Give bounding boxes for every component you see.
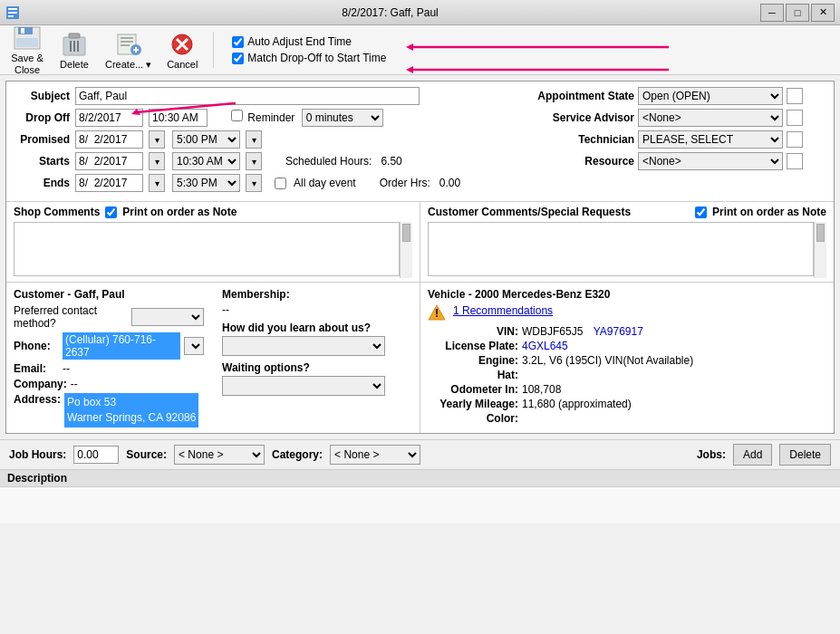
cancel-label: Cancel xyxy=(167,59,198,70)
how-learn-row xyxy=(222,336,412,356)
all-day-event-checkbox[interactable] xyxy=(275,178,286,189)
customer-comments-textarea[interactable] xyxy=(428,222,814,276)
svg-marker-26 xyxy=(406,66,413,73)
close-button[interactable]: ✕ xyxy=(811,4,835,22)
jobs-label: Jobs: xyxy=(697,448,726,461)
create-label: Create... ▾ xyxy=(105,59,151,71)
customer-comments-header: Customer Comments/Special Requests Print… xyxy=(428,206,826,218)
resource-extra-btn[interactable] xyxy=(787,153,803,169)
waiting-select[interactable] xyxy=(222,376,385,396)
jobs-delete-button[interactable]: Delete xyxy=(779,444,831,466)
toolbar-checkboxes: Auto Adjust End Time Match Drop-Off to S… xyxy=(232,35,833,64)
svg-rect-9 xyxy=(69,34,80,38)
reminder-checkbox[interactable] xyxy=(231,110,243,121)
how-learn-label: How did you learn about us? xyxy=(222,322,412,334)
starts-time-picker[interactable]: ▾ xyxy=(246,152,262,170)
license-plate-label: License Plate: xyxy=(428,340,518,352)
hat-row: Hat: xyxy=(428,369,826,381)
left-form: Subject Drop Off 8/2/2017 10:30 AM Remin… xyxy=(15,87,526,196)
subject-label: Subject xyxy=(15,90,70,102)
toolbar: Save &Close Delete xyxy=(0,25,840,75)
preferred-contact-select[interactable] xyxy=(131,308,204,326)
technician-extra-btn[interactable] xyxy=(787,131,803,148)
customer-comments-textarea-container xyxy=(428,222,826,278)
starts-time-select[interactable]: 10:30 AM xyxy=(172,152,240,170)
svg-rect-6 xyxy=(21,28,24,34)
phone-dropdown[interactable]: ▾ xyxy=(184,337,204,355)
job-hours-input[interactable] xyxy=(73,446,119,464)
ends-date-picker[interactable]: ▾ xyxy=(149,174,165,192)
starts-date-picker[interactable]: ▾ xyxy=(149,152,165,170)
match-dropoff-row: Match Drop-Off to Start Time xyxy=(232,52,833,64)
promised-time-select[interactable]: 5:00 PM xyxy=(172,130,240,149)
dropoff-date: 8/2/2017 xyxy=(75,109,143,127)
email-label: Email: xyxy=(14,362,59,375)
right-form: Appointment State Open (OPEN) Service Ad… xyxy=(535,87,825,196)
customer-comments-print-checkbox[interactable] xyxy=(695,207,707,218)
email-value: -- xyxy=(63,362,70,375)
reminder-select[interactable]: 0 minutes xyxy=(302,109,383,127)
category-select[interactable]: < None > xyxy=(330,445,420,465)
auto-adjust-checkbox[interactable] xyxy=(232,36,244,48)
appt-state-label: Appointment State xyxy=(535,90,634,102)
service-advisor-select[interactable]: <None> xyxy=(638,109,783,127)
address-line2: Warner Springs, CA 92086 xyxy=(67,410,196,426)
resource-select[interactable]: <None> xyxy=(638,152,783,170)
subject-input[interactable] xyxy=(75,87,420,105)
match-dropoff-checkbox[interactable] xyxy=(232,53,244,64)
how-learn-select[interactable] xyxy=(222,336,385,356)
company-label: Company: xyxy=(14,378,67,390)
cancel-button[interactable]: Cancel xyxy=(162,28,202,72)
resource-label: Resource xyxy=(535,155,634,168)
vehicle-panel-title: Vehicle - 2000 Mercedes-Benz E320 xyxy=(428,288,826,301)
dropoff-label: Drop Off xyxy=(15,111,70,124)
shop-comments-print-checkbox[interactable] xyxy=(105,207,117,218)
save-close-label: Save &Close xyxy=(11,53,43,76)
auto-adjust-row: Auto Adjust End Time xyxy=(232,35,833,48)
technician-select[interactable]: PLEASE, SELECT xyxy=(638,130,783,149)
starts-row: Starts ▾ 10:30 AM ▾ Scheduled Hours: 6.5… xyxy=(15,152,526,170)
window-controls: ─ □ ✕ xyxy=(760,4,835,22)
ends-row: Ends ▾ 5:30 PM ▾ All day event Order Hrs… xyxy=(15,174,526,192)
promised-date-picker[interactable]: ▾ xyxy=(149,130,165,149)
create-button[interactable]: Create... ▾ xyxy=(101,28,155,72)
customer-comments-scrollbar[interactable] xyxy=(814,222,826,278)
svg-text:!: ! xyxy=(435,307,439,320)
scheduled-hours-label: Scheduled Hours: xyxy=(285,155,372,168)
shop-comments-textarea[interactable] xyxy=(14,222,400,276)
shop-comments-scrollbar[interactable] xyxy=(400,222,412,278)
promised-time-picker[interactable]: ▾ xyxy=(246,130,262,149)
order-hrs-value: 0.00 xyxy=(439,177,460,189)
membership-value: -- xyxy=(222,303,412,316)
appt-state-select[interactable]: Open (OPEN) xyxy=(638,87,783,105)
create-icon xyxy=(112,30,145,59)
save-close-button[interactable]: Save &Close xyxy=(7,22,47,78)
customer-comments-title: Customer Comments/Special Requests xyxy=(428,206,631,218)
dropoff-row: Drop Off 8/2/2017 10:30 AM Reminder 0 mi… xyxy=(15,109,526,127)
ends-label: Ends xyxy=(15,177,70,189)
membership-label: Membership: xyxy=(222,288,290,301)
svg-rect-1 xyxy=(8,8,17,10)
appt-state-row: Appointment State Open (OPEN) xyxy=(535,87,825,105)
description-body xyxy=(0,487,840,524)
starts-label: Starts xyxy=(15,155,70,168)
restore-button[interactable]: □ xyxy=(786,4,809,22)
hat-label: Hat: xyxy=(428,369,518,381)
engine-value: 3.2L, V6 (195CI) VIN(Not Available) xyxy=(522,354,693,367)
ends-date[interactable] xyxy=(75,174,143,192)
starts-date[interactable] xyxy=(75,152,143,170)
ends-time-picker[interactable]: ▾ xyxy=(246,174,262,192)
jobs-add-button[interactable]: Add xyxy=(733,444,772,466)
all-day-event-label: All day event xyxy=(294,177,356,189)
promised-row: Promised ▾ 5:00 PM ▾ xyxy=(15,130,526,149)
appt-state-extra-btn[interactable] xyxy=(787,88,803,104)
delete-button[interactable]: Delete xyxy=(54,28,94,72)
minimize-button[interactable]: ─ xyxy=(760,4,784,22)
yearly-mileage-value: 11,680 (approximated) xyxy=(522,398,632,410)
source-select[interactable]: < None > xyxy=(174,445,265,465)
service-advisor-extra-btn[interactable] xyxy=(787,110,803,126)
promised-date[interactable] xyxy=(75,130,143,149)
license-plate-value: 4GXL645 xyxy=(522,340,568,352)
recommendations-link[interactable]: 1 Recommendations xyxy=(453,304,553,317)
ends-time-select[interactable]: 5:30 PM xyxy=(172,174,240,192)
